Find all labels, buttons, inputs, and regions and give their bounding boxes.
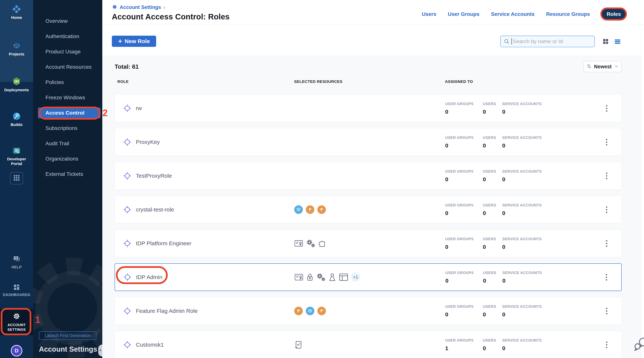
module-picker-button[interactable]: [10, 172, 23, 185]
projects-icon: [12, 42, 21, 50]
assigned-col-users: USERS0: [483, 338, 502, 351]
sidebar-item-developer-portal[interactable]: Developer Portal: [0, 146, 33, 166]
assigned-to-cell: USER GROUPS0USERS0SERVICE ACCOUNTS0: [445, 169, 599, 183]
role-name: crystal-test-role: [136, 207, 174, 213]
settings-item-audit-trail[interactable]: Audit Trail: [33, 136, 102, 151]
assigned-label: USER GROUPS: [445, 338, 483, 342]
assigned-label: USER GROUPS: [445, 203, 483, 207]
role-name: ProxyKey: [136, 139, 160, 145]
settings-item-subscriptions[interactable]: Subscriptions: [33, 121, 102, 136]
row-menu-button[interactable]: [604, 306, 609, 316]
settings-sidebar: OverviewAuthenticationProduct UsageAccou…: [33, 0, 102, 358]
more-resources-badge: +1: [351, 273, 360, 282]
assigned-col-user-groups: USER GROUPS0: [445, 304, 483, 318]
assigned-value: 0: [483, 244, 502, 250]
assigned-value: 0: [483, 278, 502, 284]
row-menu-button[interactable]: [604, 340, 609, 350]
role-row-feature-flag-admin-role[interactable]: Feature Flag Admin RoleUSER GROUPS0USERS…: [114, 297, 622, 325]
settings-item-authentication[interactable]: Authentication: [33, 29, 102, 44]
settings-item-overview[interactable]: Overview: [33, 14, 102, 29]
assigned-label: USERS: [483, 338, 502, 342]
assigned-label: USERS: [483, 271, 502, 275]
role-row-customsk1[interactable]: Customsk1USER GROUPS1USERS0SERVICE ACCOU…: [114, 331, 622, 358]
assigned-col-users: USERS0: [483, 304, 502, 318]
launch-first-generation-button[interactable]: Launch First Generation: [39, 331, 96, 340]
role-row-proxykey[interactable]: ProxyKeyUSER GROUPS0USERS0SERVICE ACCOUN…: [114, 128, 622, 156]
plugin-icon: [318, 239, 326, 248]
role-row-idp-admin[interactable]: IDP Admin+1USER GROUPS0USERS0SERVICE ACC…: [114, 263, 622, 291]
assigned-label: SERVICE ACCOUNTS: [502, 203, 599, 207]
role-name: IDP Admin: [136, 274, 162, 280]
assigned-label: USER GROUPS: [445, 102, 483, 106]
help-chat-icon: ?: [12, 255, 21, 263]
grid-view-icon[interactable]: [602, 38, 609, 45]
settings-item-policies[interactable]: Policies: [33, 75, 102, 90]
sidebar-item-account-settings[interactable]: ACCOUNT SETTINGS: [0, 309, 33, 335]
assigned-col-users: USERS0: [483, 135, 502, 149]
role-row-crystal-test-role[interactable]: crystal-test-roleUSER GROUPS0USERS0SERVI…: [114, 196, 622, 223]
settings-item-freeze-windows[interactable]: Freeze Windows: [33, 90, 102, 105]
row-menu-button[interactable]: [604, 205, 609, 215]
settings-item-product-usage[interactable]: Product Usage: [33, 44, 102, 59]
role-cell: IDP Platform Engineer: [123, 239, 294, 248]
user-avatar[interactable]: D: [12, 346, 22, 356]
chat-support-icon[interactable]: [633, 336, 644, 353]
gears-icon: [316, 273, 325, 281]
selected-resources-cell: +1: [294, 273, 445, 282]
sidebar-item-help[interactable]: ? HELP: [0, 255, 33, 269]
assigned-to-cell: USER GROUPS1USERS0SERVICE ACCOUNTS0: [445, 338, 599, 351]
person-icon: [328, 273, 336, 281]
nav-tab-roles[interactable]: Roles: [602, 9, 626, 20]
assigned-col-users: USERS0: [483, 169, 502, 183]
selected-resources-cell: [294, 239, 445, 248]
sidebar-item-builds[interactable]: Builds: [0, 112, 33, 127]
assigned-label: USERS: [483, 135, 502, 140]
scrollbar-track[interactable]: [641, 25, 644, 358]
role-row-idp-platform-engineer[interactable]: IDP Platform EngineerUSER GROUPS0USERS0S…: [114, 230, 622, 257]
breadcrumb-link-account-settings[interactable]: Account Settings: [120, 5, 161, 10]
settings-item-organizations[interactable]: Organizations: [33, 151, 102, 166]
nav-tab-resource-groups[interactable]: Resource Groups: [546, 11, 590, 17]
nav-tab-service-accounts[interactable]: Service Accounts: [491, 11, 534, 17]
settings-item-access-control[interactable]: Access Control: [38, 107, 100, 118]
assigned-label: SERVICE ACCOUNTS: [502, 338, 599, 342]
assigned-label: USERS: [483, 102, 502, 106]
list-view-icon[interactable]: [614, 38, 621, 46]
role-row-testproxyrole[interactable]: TestProxyRoleUSER GROUPS0USERS0SERVICE A…: [114, 162, 622, 190]
sidebar-item-projects[interactable]: Projects: [0, 42, 33, 56]
sort-dropdown[interactable]: Newest: [584, 61, 622, 72]
main-content: Account Settings › Account Access Contro…: [102, 0, 644, 358]
ccm-box-icon: [306, 307, 314, 315]
nav-tab-users[interactable]: Users: [422, 11, 436, 17]
sidebar-item-deployments[interactable]: Deployments: [0, 77, 33, 92]
sidebar-item-dashboards[interactable]: DASHBOARDS: [0, 284, 33, 297]
assigned-label: USER GROUPS: [445, 237, 483, 241]
assigned-value: 0: [445, 244, 483, 250]
assigned-col-service-accounts: SERVICE ACCOUNTS0: [502, 102, 599, 115]
nav-tab-user-groups[interactable]: User Groups: [448, 11, 480, 17]
assigned-col-users: USERS0: [483, 271, 502, 284]
role-row-rw[interactable]: rwUSER GROUPS0USERS0SERVICE ACCOUNTS0: [114, 94, 622, 122]
assigned-col-service-accounts: SERVICE ACCOUNTS0: [502, 271, 599, 284]
search-input[interactable]: [500, 36, 595, 47]
sidebar-item-label: DASHBOARDS: [3, 292, 30, 297]
target-crosshair-icon: [123, 172, 131, 180]
row-menu-button[interactable]: [604, 137, 609, 147]
assigned-label: SERVICE ACCOUNTS: [502, 304, 599, 309]
row-menu-button[interactable]: [604, 238, 609, 249]
lock-icon: [306, 273, 314, 281]
new-role-button[interactable]: + New Role: [112, 36, 156, 47]
role-name: TestProxyRole: [136, 173, 172, 179]
sidebar-item-label: Projects: [9, 52, 24, 56]
row-menu-button[interactable]: [604, 103, 609, 113]
role-cell: Feature Flag Admin Role: [123, 307, 294, 315]
settings-item-account-resources[interactable]: Account Resources: [33, 59, 102, 75]
role-cell: IDP Admin: [123, 273, 294, 281]
assigned-col-service-accounts: SERVICE ACCOUNTS0: [502, 304, 599, 318]
sidebar-item-home[interactable]: Home: [0, 5, 33, 20]
row-menu-button[interactable]: [604, 171, 609, 181]
sort-arrows-icon: [586, 64, 592, 70]
settings-item-external-tickets[interactable]: External Tickets: [33, 166, 102, 182]
row-menu-button[interactable]: [604, 272, 609, 282]
sidebar-collapse-button[interactable]: [98, 344, 102, 356]
